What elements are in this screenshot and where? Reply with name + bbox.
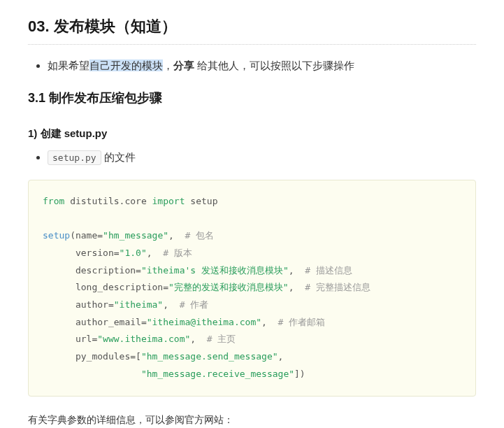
intro-highlight: 自己开发的模块 <box>89 59 163 71</box>
intro-mid: ， <box>163 59 173 71</box>
code-text: version= <box>43 248 120 258</box>
code-comment: # 描述信息 <box>305 265 352 276</box>
code-comment: # 主页 <box>207 334 236 344</box>
code-string: "hm_message.receive_message" <box>141 369 294 379</box>
code-text: long_description= <box>43 282 168 292</box>
code-string: "1.0" <box>120 248 147 258</box>
code-text: author_email= <box>43 317 147 327</box>
code-block: from distutils.core import setup setup(n… <box>28 180 476 397</box>
section-title: 3.1 制作发布压缩包步骤 <box>28 88 476 108</box>
code-string: "完整的发送和接收消息模块" <box>168 282 289 292</box>
code-text: , <box>261 317 278 327</box>
code-text: (name= <box>70 230 103 241</box>
code-keyword-import: import <box>152 196 185 206</box>
code-string: "hm_message.send_message" <box>141 351 278 362</box>
step1-item: setup.py 的文件 <box>48 149 476 166</box>
code-text: , <box>289 265 305 276</box>
step1-list: setup.py 的文件 <box>28 149 476 166</box>
code-text: author= <box>43 299 114 310</box>
step1-suffix: 的文件 <box>101 151 136 163</box>
inline-code: setup.py <box>48 150 101 165</box>
code-string: "itheima" <box>114 299 163 310</box>
code-text: ]) <box>294 369 305 379</box>
code-string: "itheima@itheima.com" <box>147 317 261 327</box>
code-text: py_modules=[ <box>43 351 141 362</box>
code-fn: setup <box>43 230 70 241</box>
code-keyword-from: from <box>43 196 64 206</box>
code-text: , <box>147 248 163 258</box>
code-text: , <box>190 334 206 344</box>
code-text: , <box>168 230 185 241</box>
code-comment: # 作者 <box>180 299 209 310</box>
code-comment: # 版本 <box>163 248 192 258</box>
code-text: description= <box>43 265 141 276</box>
code-comment: # 完整描述信息 <box>305 282 370 292</box>
intro-post: 给其他人，可以按照以下步骤操作 <box>194 59 354 71</box>
code-text: , <box>278 351 284 362</box>
intro-list: 如果希望自己开发的模块，分享 给其他人，可以按照以下步骤操作 <box>28 57 476 74</box>
code-comment: # 包名 <box>185 230 215 241</box>
code-comment: # 作者邮箱 <box>278 317 326 327</box>
code-text: , <box>289 282 305 292</box>
footer-text: 有关字典参数的详细信息，可以参阅官方网站： <box>28 412 476 427</box>
step1-title: 1) 创建 setup.py <box>28 125 476 142</box>
code-text: distutils.core <box>64 196 152 206</box>
code-text: , <box>163 299 179 310</box>
code-string: "itheima's 发送和接收消息模块" <box>141 265 289 276</box>
code-text: url= <box>43 334 97 344</box>
intro-item: 如果希望自己开发的模块，分享 给其他人，可以按照以下步骤操作 <box>48 57 476 74</box>
intro-bold: 分享 <box>173 59 194 71</box>
code-text: setup <box>185 196 218 206</box>
intro-pre: 如果希望 <box>48 59 89 71</box>
code-string: "www.itheima.com" <box>97 334 190 344</box>
code-text <box>43 369 141 379</box>
code-string: "hm_message" <box>103 230 168 241</box>
page-heading: 03. 发布模块（知道） <box>28 14 476 45</box>
